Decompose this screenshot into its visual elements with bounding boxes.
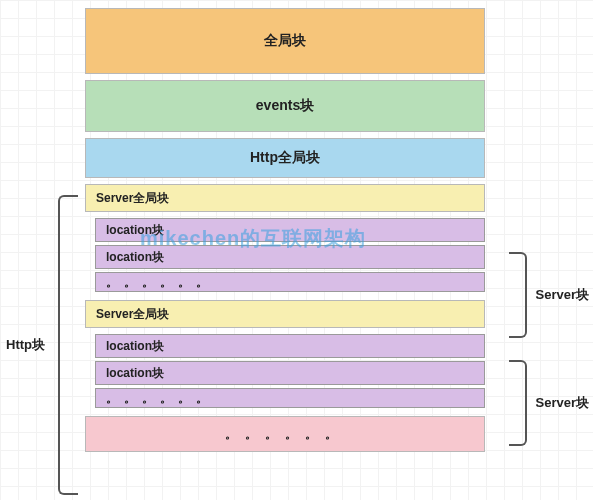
server1-global-block: Server全局块 [85, 184, 485, 212]
server-group-1: Server全局块 location块 location块 。。。。。。 [85, 184, 485, 292]
diagram-stage: 全局块 events块 Http全局块 Server全局块 location块 … [85, 8, 485, 458]
server2-more-label: 。。。。。。 [106, 390, 214, 407]
server1-bracket-label: Server块 [536, 286, 589, 304]
server1-location2-block: location块 [95, 245, 485, 269]
server1-location2-label: location块 [106, 249, 164, 266]
http-bracket-label: Http块 [6, 336, 45, 354]
http-bracket [58, 195, 78, 495]
server1-more-label: 。。。。。。 [106, 274, 214, 291]
events-block: events块 [85, 80, 485, 132]
server2-bracket [509, 360, 527, 446]
http-global-block: Http全局块 [85, 138, 485, 178]
server1-location1-block: location块 [95, 218, 485, 242]
server2-bracket-label: Server块 [536, 394, 589, 412]
server2-location2-block: location块 [95, 361, 485, 385]
server1-location1-label: location块 [106, 222, 164, 239]
server1-bracket [509, 252, 527, 338]
http-global-block-label: Http全局块 [250, 149, 320, 167]
global-block-label: 全局块 [264, 32, 306, 50]
server2-location1-block: location块 [95, 334, 485, 358]
server2-more-block: 。。。。。。 [95, 388, 485, 408]
server-group-2: Server全局块 location块 location块 。。。。。。 [85, 300, 485, 408]
server2-location2-label: location块 [106, 365, 164, 382]
server2-global-label: Server全局块 [96, 306, 169, 323]
http-more-block: 。。。。。。 [85, 416, 485, 452]
global-block: 全局块 [85, 8, 485, 74]
server1-more-block: 。。。。。。 [95, 272, 485, 292]
http-more-label: 。。。。。。 [225, 426, 345, 443]
server2-global-block: Server全局块 [85, 300, 485, 328]
server1-global-label: Server全局块 [96, 190, 169, 207]
events-block-label: events块 [256, 97, 314, 115]
server2-location1-label: location块 [106, 338, 164, 355]
